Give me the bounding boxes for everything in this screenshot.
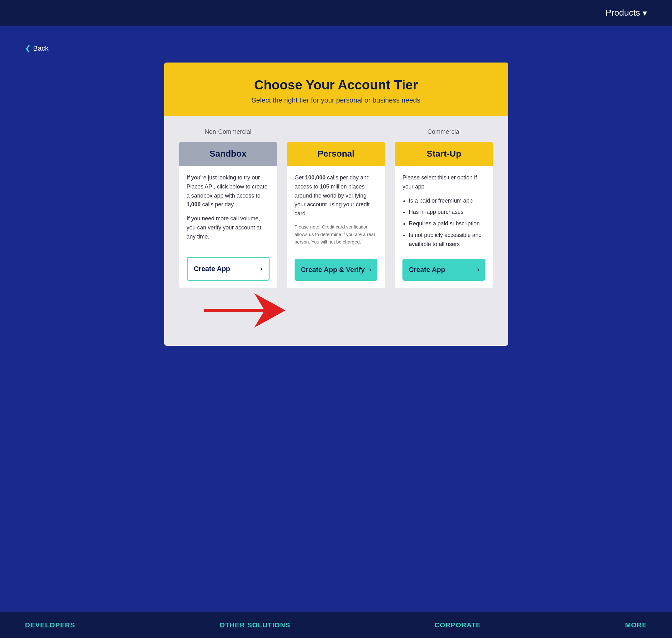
personal-description: Get 100,000 calls per day and access to … bbox=[295, 173, 377, 218]
personal-tier-box: Personal Get 100,000 calls per day and a… bbox=[287, 142, 385, 288]
main-content: ❮ Back Choose Your Account Tier Select t… bbox=[0, 26, 672, 612]
startup-bullet-2: Has in-app purchases bbox=[409, 207, 485, 217]
chevron-down-icon: ▾ bbox=[643, 8, 647, 18]
personal-calls-bold: 100,000 bbox=[305, 174, 326, 181]
personal-tier-content: Get 100,000 calls per day and access to … bbox=[287, 166, 385, 259]
personal-create-app-button[interactable]: Create App & Verify › bbox=[295, 259, 377, 281]
startup-button-label: Create App bbox=[409, 266, 445, 274]
sandbox-tier-name: Sandbox bbox=[210, 149, 246, 158]
startup-tier-name: Start-Up bbox=[427, 149, 461, 158]
card-body: Non-Commercial Sandbox If you're just lo… bbox=[164, 116, 508, 346]
startup-bullet-3: Requires a paid subscription bbox=[409, 219, 485, 228]
personal-note: Please note: Credit card verification al… bbox=[295, 223, 377, 246]
startup-column: Commercial Start-Up Please select this t… bbox=[395, 128, 493, 288]
non-commercial-label: Non-Commercial bbox=[179, 128, 277, 137]
footer-link-other-solutions[interactable]: OTHER SOLUTIONS bbox=[219, 621, 290, 629]
card-title: Choose Your Account Tier bbox=[177, 78, 496, 93]
sandbox-description-2: If you need more call volume, you can ve… bbox=[187, 214, 269, 241]
personal-button-arrow-icon: › bbox=[369, 266, 371, 274]
sandbox-column: Non-Commercial Sandbox If you're just lo… bbox=[179, 128, 277, 288]
personal-group-label bbox=[287, 128, 385, 137]
sandbox-button-arrow-icon: › bbox=[260, 265, 262, 273]
startup-bullet-4: Is not publicly accessible and available… bbox=[409, 231, 485, 249]
products-label: Products bbox=[606, 8, 640, 18]
sandbox-button-wrap: Create App › bbox=[179, 257, 277, 288]
startup-button-wrap: Create App › bbox=[395, 259, 493, 288]
sandbox-tier-content: If you're just looking to try our Places… bbox=[179, 166, 277, 257]
footer-link-developers[interactable]: DEVELOPERS bbox=[25, 621, 75, 629]
sandbox-description: If you're just looking to try our Places… bbox=[187, 173, 269, 209]
footer: DEVELOPERS OTHER SOLUTIONS CORPORATE MOR… bbox=[0, 612, 672, 638]
red-arrow-icon bbox=[204, 293, 285, 328]
sandbox-tier-box: Sandbox If you're just looking to try ou… bbox=[179, 142, 277, 288]
arrow-annotation bbox=[179, 293, 493, 331]
back-label: Back bbox=[33, 45, 48, 52]
svg-marker-0 bbox=[204, 293, 285, 328]
personal-button-wrap: Create App & Verify › bbox=[287, 259, 385, 288]
back-arrow-icon: ❮ bbox=[25, 45, 31, 52]
startup-create-app-button[interactable]: Create App › bbox=[403, 259, 485, 281]
footer-link-more[interactable]: MORE bbox=[625, 621, 647, 629]
card-subtitle: Select the right tier for your personal … bbox=[177, 96, 496, 104]
back-link[interactable]: ❮ Back bbox=[25, 45, 48, 52]
sandbox-tier-header: Sandbox bbox=[179, 142, 277, 166]
account-tier-card: Choose Your Account Tier Select the righ… bbox=[164, 63, 508, 346]
startup-intro: Please select this tier option if your a… bbox=[403, 173, 485, 191]
sandbox-calls-bold: 1,000 bbox=[187, 201, 201, 207]
card-header: Choose Your Account Tier Select the righ… bbox=[164, 63, 508, 116]
startup-tier-header: Start-Up bbox=[395, 142, 493, 166]
sandbox-button-label: Create App bbox=[194, 265, 230, 273]
tiers-wrapper: Non-Commercial Sandbox If you're just lo… bbox=[179, 128, 493, 288]
startup-bullet-1: Is a paid or freemium app bbox=[409, 196, 485, 205]
startup-button-arrow-icon: › bbox=[477, 266, 479, 274]
footer-link-corporate[interactable]: CORPORATE bbox=[435, 621, 481, 629]
sandbox-create-app-button[interactable]: Create App › bbox=[187, 257, 269, 281]
startup-tier-box: Start-Up Please select this tier option … bbox=[395, 142, 493, 288]
personal-tier-header: Personal bbox=[287, 142, 385, 166]
startup-bullets: Is a paid or freemium app Has in-app pur… bbox=[403, 196, 485, 249]
personal-tier-name: Personal bbox=[317, 149, 354, 158]
header: Products ▾ bbox=[0, 0, 672, 26]
personal-column: Personal Get 100,000 calls per day and a… bbox=[287, 128, 385, 288]
commercial-label: Commercial bbox=[395, 128, 493, 137]
personal-button-label: Create App & Verify bbox=[301, 266, 365, 274]
startup-tier-content: Please select this tier option if your a… bbox=[395, 166, 493, 259]
products-nav[interactable]: Products ▾ bbox=[606, 8, 647, 18]
